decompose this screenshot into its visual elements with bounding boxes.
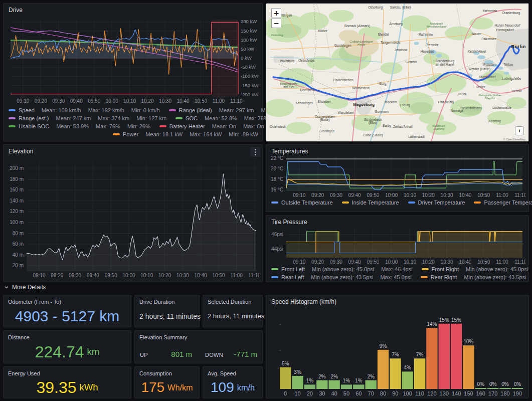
legend-item[interactable]: Outside Temperature bbox=[271, 199, 333, 206]
svg-text:09:50: 09:50 bbox=[367, 192, 379, 198]
legend-item[interactable]: Inside Temperature bbox=[342, 199, 399, 206]
map-label: Bismark (Altmark) bbox=[344, 24, 371, 28]
legend-item[interactable]: Front LeftMin (above zero): 45.0psiMax: … bbox=[271, 266, 413, 273]
elevation-svg: 09:1009:2009:3009:4009:5010:0010:1010:20… bbox=[8, 158, 259, 280]
svg-text:80 m: 80 m bbox=[13, 231, 24, 236]
svg-text:2%: 2% bbox=[367, 374, 375, 379]
map-label: Hohen Neuendorf bbox=[494, 24, 520, 27]
svg-text:140: 140 bbox=[452, 390, 461, 396]
svg-text:44psi: 44psi bbox=[271, 246, 283, 252]
svg-text:09:30: 09:30 bbox=[52, 98, 65, 104]
temperatures-legend: Outside TemperatureInside TemperatureDri… bbox=[271, 199, 525, 207]
map-label: Brück bbox=[458, 92, 467, 96]
legend-item[interactable]: Passenger Temperature bbox=[474, 199, 532, 206]
stat-label: Odometer (From - To) bbox=[4, 295, 131, 305]
elevation-chart[interactable]: 09:1009:2009:3009:4009:5010:0010:1010:20… bbox=[8, 158, 259, 280]
svg-text:0 kW: 0 kW bbox=[241, 55, 252, 61]
svg-text:09:10: 09:10 bbox=[33, 273, 45, 278]
svg-text:0%: 0% bbox=[477, 381, 485, 387]
svg-text:09:30: 09:30 bbox=[330, 192, 342, 198]
route-map[interactable]: WittingenOsterburgSandau (Elbe)KremmenOr… bbox=[266, 4, 528, 141]
svg-text:10:30: 10:30 bbox=[441, 192, 453, 198]
more-details-row-toggle[interactable]: More Details bbox=[4, 284, 46, 291]
map-info-button[interactable]: i bbox=[515, 126, 524, 135]
svg-text:5%: 5% bbox=[282, 361, 289, 366]
legend-item[interactable]: SpeedMean: 109 km/hMax: 192 km/hMin: 0 k… bbox=[9, 107, 160, 114]
stat-unit: km/h bbox=[237, 383, 255, 392]
map-label: Stendal bbox=[378, 33, 389, 36]
legend-item[interactable]: Rear RightMin (above zero): 43.5psiMax: … bbox=[421, 274, 532, 281]
svg-text:09:40: 09:40 bbox=[87, 273, 99, 278]
legend-marker bbox=[271, 276, 278, 278]
map-label: Barby bbox=[383, 124, 392, 128]
svg-text:0%: 0% bbox=[489, 381, 497, 387]
panel-speed-histogram: Speed Histogram (km/h) 5%03%101%202%302%… bbox=[266, 295, 529, 398]
stat-label: Consumption bbox=[135, 367, 199, 376]
svg-text:10:50: 10:50 bbox=[195, 98, 207, 104]
panel-menu-icon[interactable] bbox=[250, 147, 260, 157]
svg-text:09:20: 09:20 bbox=[311, 192, 324, 198]
map-label: Luckenwalde bbox=[492, 106, 511, 109]
map-label: Ketzin/Havel bbox=[468, 50, 486, 53]
svg-text:09:30: 09:30 bbox=[69, 273, 81, 278]
svg-text:10:00: 10:00 bbox=[106, 98, 118, 104]
legend-item[interactable]: Front RightMin (above zero): 45.0psiMax:… bbox=[422, 266, 532, 273]
svg-text:10: 10 bbox=[294, 390, 300, 396]
map-label: Zerbst/Anhalt bbox=[393, 125, 413, 128]
svg-text:09:10: 09:10 bbox=[17, 98, 29, 104]
map-label: Eilsleben bbox=[318, 100, 331, 103]
map-label: Wanzleben bbox=[338, 111, 354, 114]
map-label: Lutherstadt bbox=[408, 135, 425, 138]
svg-text:9%: 9% bbox=[380, 343, 387, 349]
stat-value: 2 hours, 11 minutes bbox=[203, 307, 262, 325]
svg-text:-200 kW: -200 kW bbox=[241, 92, 258, 97]
legend-marker bbox=[271, 268, 278, 270]
stat-avg-speed: Avg. Speed 109km/h bbox=[203, 366, 263, 398]
svg-text:20 m: 20 m bbox=[13, 263, 24, 268]
stat-label: Selected Duration bbox=[203, 295, 262, 305]
map-zoom-in-button[interactable]: + bbox=[271, 8, 281, 18]
map-label: Jüterbog bbox=[488, 119, 501, 123]
svg-text:120 m: 120 m bbox=[10, 209, 24, 214]
more-details-label: More Details bbox=[12, 284, 46, 291]
svg-text:09:20: 09:20 bbox=[51, 273, 63, 278]
legend-item[interactable]: Range (est.)Mean: 247 kmMax: 374 kmMin: … bbox=[9, 115, 166, 122]
map-zoom-out-button[interactable]: − bbox=[271, 18, 281, 28]
legend-item[interactable]: Driver Temperature bbox=[408, 199, 465, 206]
stat-value: 224.74km bbox=[4, 343, 131, 361]
map-label: Heide bbox=[358, 43, 366, 46]
legend-item[interactable]: PowerMean: 18.1 kWMax: 164 kWMin: -89 kW bbox=[113, 131, 258, 138]
svg-text:2%: 2% bbox=[330, 374, 338, 379]
svg-text:180: 180 bbox=[500, 390, 509, 396]
map-label: Havelsee bbox=[421, 50, 434, 53]
stat-label: Elevation Summary bbox=[135, 331, 262, 340]
map-label: Westhavelland bbox=[427, 25, 447, 28]
legend-marker bbox=[9, 109, 16, 111]
svg-text:11:10: 11:10 bbox=[248, 273, 259, 278]
temperatures-chart[interactable]: 09:1009:2009:3009:4009:5010:0010:1010:20… bbox=[270, 155, 525, 198]
svg-text:10:00: 10:00 bbox=[122, 273, 135, 278]
svg-text:11:00: 11:00 bbox=[213, 98, 225, 104]
tire-pressure-chart[interactable]: 09:1009:2009:3009:4009:5010:0010:1010:20… bbox=[270, 226, 525, 265]
svg-text:60 m: 60 m bbox=[13, 241, 24, 247]
legend-marker bbox=[113, 133, 120, 135]
map-label: Nieplitz bbox=[485, 97, 495, 100]
svg-text:11:00: 11:00 bbox=[230, 273, 243, 278]
svg-text:11:10: 11:10 bbox=[230, 98, 243, 104]
drive-chart[interactable]: 09:1009:2009:3009:4009:5010:0010:1010:20… bbox=[8, 17, 261, 105]
stat-unit: Wh/km bbox=[167, 383, 193, 392]
svg-text:200 m: 200 m bbox=[10, 165, 24, 171]
panel-title-temperatures: Temperatures bbox=[266, 145, 528, 155]
speed-histogram-chart[interactable]: 5%03%101%202%302%401%501%602%709%807%904… bbox=[270, 306, 525, 397]
svg-text:10:00: 10:00 bbox=[385, 192, 398, 198]
svg-text:15%: 15% bbox=[439, 317, 449, 323]
map-label: Teltow bbox=[504, 63, 513, 66]
legend-item[interactable]: Rear LeftMin (above zero): 43.5psiMax: 4… bbox=[271, 274, 412, 281]
svg-text:10:20: 10:20 bbox=[422, 259, 435, 265]
svg-text:46psi: 46psi bbox=[271, 232, 283, 237]
map-label: Falkensee bbox=[481, 37, 496, 41]
legend-item[interactable]: Usable SOCMean: 53.9%Max: 76%Min: 26% bbox=[9, 123, 150, 130]
svg-text:09:30: 09:30 bbox=[330, 259, 342, 265]
svg-text:200 kW: 200 kW bbox=[241, 19, 257, 24]
temperatures-svg: 09:1009:2009:3009:4009:5010:0010:1010:20… bbox=[270, 155, 525, 198]
